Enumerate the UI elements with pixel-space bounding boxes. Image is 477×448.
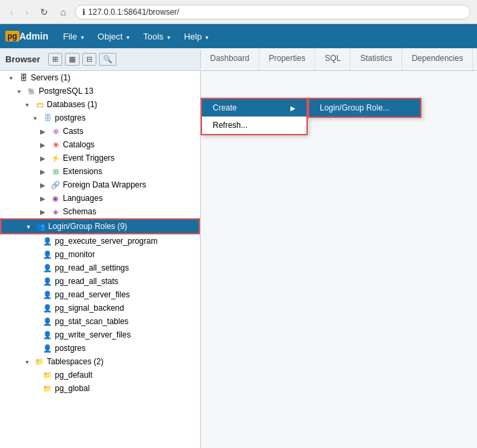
- lock-icon: ℹ: [82, 7, 86, 17]
- pgadmin-logo: pgAdmin: [5, 31, 48, 42]
- toolbar-left: Browser ⊞ ▦ ⊟ 🔍: [0, 50, 201, 68]
- foreign-data-icon: 🔗: [50, 179, 61, 190]
- pg-read-server-files-icon: 👤: [42, 289, 53, 300]
- tree-item-pg-global[interactable]: 📁 pg_global: [0, 382, 200, 395]
- main-layout: ▾ 🗄 Servers (1) ▾ 🐘 PostgreSQL 13 ▾ 🗃 Da…: [0, 71, 477, 448]
- catalogs-label: Catalogs: [63, 140, 94, 149]
- pg-execute-label: pg_execute_server_program: [55, 236, 157, 246]
- file-menu[interactable]: File ▾: [56, 27, 91, 46]
- tree-item-languages[interactable]: ▶ ◉ Languages: [0, 192, 200, 205]
- toggle-languages[interactable]: ▶: [37, 195, 48, 202]
- pg-global-icon: 📁: [42, 383, 53, 394]
- tree-item-pg-stat-scan-tables[interactable]: 👤 pg_stat_scan_tables: [0, 315, 200, 328]
- home-button[interactable]: ⌂: [57, 5, 69, 19]
- toggle-foreign-data[interactable]: ▶: [37, 181, 48, 189]
- ctx-create[interactable]: Create ▶: [202, 99, 306, 117]
- tree-item-postgres-role[interactable]: 👤 postgres: [0, 342, 200, 355]
- pg13-label: PostgreSQL 13: [39, 86, 94, 96]
- servers-label: Servers (1): [31, 73, 70, 82]
- server-icon: 🗄: [18, 72, 29, 83]
- tab-sql[interactable]: SQL: [315, 48, 351, 70]
- pg-default-icon: 📁: [42, 370, 53, 380]
- context-menu: Create ▶ Refresh...: [201, 98, 308, 135]
- spacer-pg-write-server-files: [29, 331, 40, 339]
- toggle-tablespaces[interactable]: ▾: [21, 358, 32, 366]
- table-icon[interactable]: ▦: [65, 53, 80, 66]
- reload-button[interactable]: ↻: [37, 5, 52, 19]
- toggle-login-roles[interactable]: ▾: [23, 223, 33, 230]
- filter-icon[interactable]: ⊟: [82, 53, 96, 66]
- login-roles-icon: 👥: [35, 221, 46, 232]
- tools-menu[interactable]: Tools ▾: [136, 27, 177, 46]
- browser-chrome: ‹ › ↻ ⌂ ℹ 127.0.0.1:58641/browser/: [0, 0, 477, 24]
- toggle-databases[interactable]: ▾: [21, 101, 32, 108]
- tree-item-event-triggers[interactable]: ▶ ⚡ Event Triggers: [0, 151, 200, 165]
- tree-item-casts[interactable]: ▶ ⊕ Casts: [0, 125, 200, 138]
- spacer-pg-stat-scan-tables: [29, 318, 40, 325]
- catalogs-icon: ❀: [50, 139, 61, 150]
- search-icon[interactable]: 🔍: [99, 53, 116, 66]
- pg-execute-icon: 👤: [42, 236, 53, 246]
- tree-item-pg13[interactable]: ▾ 🐘 PostgreSQL 13: [0, 84, 200, 98]
- toggle-extensions[interactable]: ▶: [37, 168, 48, 175]
- tab-statistics[interactable]: Statistics: [351, 48, 402, 70]
- toggle-schemas[interactable]: ▶: [37, 208, 48, 216]
- tree-item-pg-read-all-settings[interactable]: 👤 pg_read_all_settings: [0, 261, 200, 275]
- menu-bar: pgAdmin File ▾ Object ▾ Tools ▾ Help ▾: [0, 24, 477, 48]
- ctx-refresh[interactable]: Refresh...: [202, 117, 306, 134]
- back-button[interactable]: ‹: [7, 5, 17, 19]
- help-menu[interactable]: Help ▾: [177, 27, 215, 46]
- pg-read-all-stats-label: pg_read_all_stats: [55, 277, 118, 286]
- tree-item-pg-write-server-files[interactable]: 👤 pg_write_server_files: [0, 328, 200, 342]
- tab-bar: Dashboard Properties SQL Statistics Depe…: [201, 48, 477, 71]
- pg-monitor-label: pg_monitor: [55, 250, 95, 259]
- tree-item-postgres-db[interactable]: ▾ 🗄 postgres: [0, 111, 200, 125]
- tree-item-pg-read-all-stats[interactable]: 👤 pg_read_all_stats: [0, 275, 200, 288]
- spacer-postgres-role: [29, 345, 40, 352]
- pg-read-server-files-label: pg_read_server_files: [55, 290, 130, 299]
- login-roles-label: Login/Group Roles (9): [48, 222, 127, 231]
- tree-item-pg-monitor[interactable]: 👤 pg_monitor: [0, 248, 200, 261]
- sidebar-tree: ▾ 🗄 Servers (1) ▾ 🐘 PostgreSQL 13 ▾ 🗃 Da…: [0, 71, 201, 448]
- spacer-pg-read-all-settings: [29, 265, 40, 272]
- tree-item-pg-signal-backend[interactable]: 👤 pg_signal_backend: [0, 301, 200, 315]
- toggle-catalogs[interactable]: ▶: [37, 141, 48, 149]
- grid-icon[interactable]: ⊞: [48, 53, 62, 66]
- pg-signal-backend-label: pg_signal_backend: [55, 303, 124, 313]
- tree-item-pg-default[interactable]: 📁 pg_default: [0, 368, 200, 382]
- extensions-icon: ⊞: [50, 166, 61, 177]
- submenu: Login/Group Role...: [308, 98, 421, 118]
- tab-properties[interactable]: Properties: [260, 48, 316, 70]
- casts-label: Casts: [63, 127, 84, 136]
- pg-signal-backend-icon: 👤: [42, 303, 53, 313]
- submenu-login-role[interactable]: Login/Group Role...: [309, 99, 420, 117]
- spacer-pg-read-all-stats: [29, 278, 40, 285]
- tree-item-extensions[interactable]: ▶ ⊞ Extensions: [0, 165, 200, 178]
- languages-icon: ◉: [50, 193, 61, 204]
- tablespaces-label: Tablespaces (2): [47, 357, 104, 366]
- pg-global-label: pg_global: [55, 384, 90, 393]
- toggle-postgres-db[interactable]: ▾: [29, 115, 40, 122]
- tab-dashboard[interactable]: Dashboard: [201, 48, 260, 70]
- spacer-pg-default: [29, 372, 40, 379]
- tree-item-foreign-data[interactable]: ▶ 🔗 Foreign Data Wrappers: [0, 178, 200, 192]
- tree-item-servers[interactable]: ▾ 🗄 Servers (1): [0, 71, 200, 84]
- tree-item-catalogs[interactable]: ▶ ❀ Catalogs: [0, 138, 200, 151]
- forward-button[interactable]: ›: [22, 5, 32, 19]
- schemas-icon: ◈: [50, 206, 61, 217]
- tree-item-login-roles[interactable]: ▾ 👥 Login/Group Roles (9): [0, 218, 200, 234]
- tree-item-tablespaces[interactable]: ▾ 📁 Tablespaces (2): [0, 355, 200, 368]
- url-text: 127.0.0.1:58641/browser/: [88, 7, 179, 17]
- toggle-servers[interactable]: ▾: [5, 74, 16, 82]
- toggle-casts[interactable]: ▶: [37, 128, 48, 135]
- toggle-pg13[interactable]: ▾: [13, 88, 24, 95]
- tree-item-schemas[interactable]: ▶ ◈ Schemas: [0, 205, 200, 218]
- tree-item-pg-execute[interactable]: 👤 pg_execute_server_program: [0, 234, 200, 248]
- tab-dependencies[interactable]: Dependencies: [402, 48, 473, 70]
- event-triggers-icon: ⚡: [50, 153, 61, 163]
- databases-icon: 🗃: [34, 99, 45, 110]
- tree-item-databases[interactable]: ▾ 🗃 Databases (1): [0, 98, 200, 111]
- toggle-event-triggers[interactable]: ▶: [37, 155, 48, 162]
- tree-item-pg-read-server-files[interactable]: 👤 pg_read_server_files: [0, 288, 200, 301]
- object-menu[interactable]: Object ▾: [91, 27, 136, 46]
